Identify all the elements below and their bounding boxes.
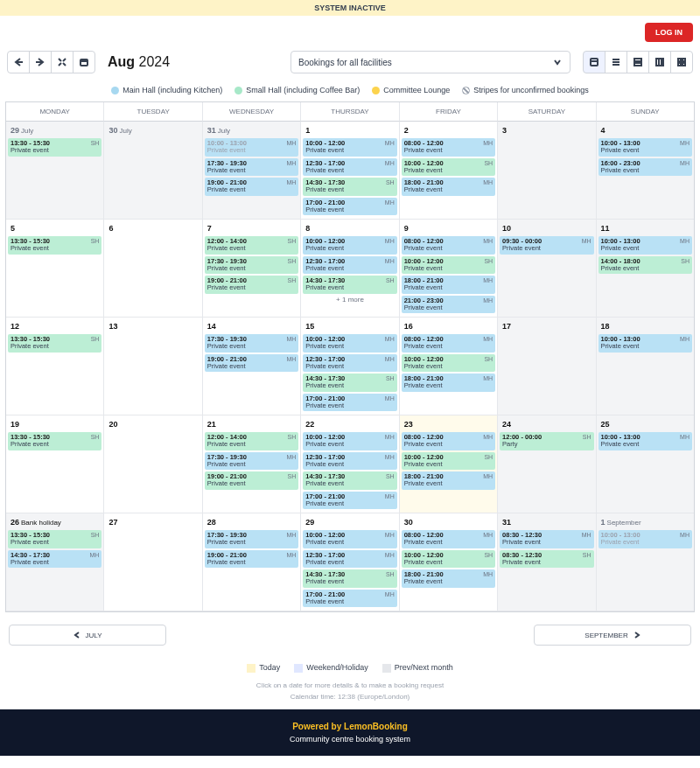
booking-event[interactable]: 21:00 - 23:00Private eventMH (402, 296, 495, 314)
booking-event[interactable]: 08:00 - 12:00Private eventMH (402, 334, 495, 353)
day-cell[interactable]: 1September10:00 - 13:00Private eventMH (596, 513, 694, 611)
prev-month-button[interactable]: JULY (9, 625, 166, 646)
day-cell[interactable]: 2510:00 - 13:00Private eventMH (596, 415, 694, 513)
booking-event[interactable]: 10:00 - 12:00Private eventSH (402, 550, 495, 569)
booking-event[interactable]: 12:30 - 17:00Private eventMH (303, 256, 396, 275)
booking-event[interactable]: 18:00 - 21:00Private eventMH (402, 374, 495, 392)
booking-event[interactable]: 14:30 - 17:30Private eventSH (303, 374, 396, 392)
booking-event[interactable]: 17:30 - 19:30Private eventMH (205, 452, 298, 471)
booking-event[interactable]: 08:00 - 12:00Private eventMH (402, 236, 495, 255)
booking-event[interactable]: 12:30 - 17:00Private eventMH (303, 452, 396, 471)
booking-event[interactable]: 14:30 - 17:30Private eventSH (303, 471, 396, 490)
prev-button[interactable] (7, 51, 30, 73)
booking-event[interactable]: 18:00 - 21:00Private eventMH (402, 276, 495, 294)
booking-event[interactable]: 08:00 - 12:00Private eventMH (402, 138, 495, 157)
booking-event[interactable]: 10:00 - 13:00Private eventMH (598, 432, 692, 450)
booking-event[interactable]: 13:30 - 15:30Private eventSH (8, 334, 102, 353)
booking-event[interactable]: 18:00 - 21:00Private eventMH (402, 178, 495, 196)
more-events[interactable]: + 1 more (303, 296, 396, 304)
view-list-button[interactable] (605, 51, 627, 73)
day-cell[interactable]: 1009:30 - 00:00Private eventMH (497, 220, 595, 318)
booking-event[interactable]: 19:00 - 21:00Private eventSH (205, 471, 298, 490)
booking-event[interactable]: 17:30 - 19:30Private eventMH (205, 334, 298, 353)
view-month-button[interactable] (583, 51, 606, 73)
booking-event[interactable]: 19:00 - 21:00Private eventSH (205, 276, 298, 294)
booking-event[interactable]: 08:00 - 12:00Private eventMH (402, 432, 495, 450)
day-cell[interactable]: 1110:00 - 13:00Private eventMH14:00 - 18… (596, 220, 694, 318)
day-cell[interactable]: 1810:00 - 13:00Private eventMH (596, 318, 694, 415)
day-cell[interactable]: 410:00 - 13:00Private eventMH16:00 - 23:… (596, 122, 694, 220)
booking-event[interactable]: 10:00 - 12:00Private eventSH (402, 158, 495, 177)
day-cell[interactable]: 6 (103, 220, 201, 318)
day-cell[interactable]: 13 (103, 318, 201, 415)
booking-event[interactable]: 14:00 - 18:00Private eventSH (598, 256, 692, 275)
booking-event[interactable]: 10:00 - 13:00Private eventMH (598, 334, 692, 353)
booking-event[interactable]: 17:00 - 21:00Private eventMH (303, 590, 396, 608)
booking-event[interactable]: 14:30 - 17:30Private eventSH (303, 276, 396, 294)
booking-event[interactable]: 10:00 - 12:00Private eventSH (402, 354, 495, 373)
datepicker-button[interactable] (73, 51, 95, 73)
day-cell[interactable]: 208:00 - 12:00Private eventMH10:00 - 12:… (399, 122, 497, 220)
booking-event[interactable]: 10:00 - 13:00Private eventMH (598, 138, 692, 157)
facility-filter-dropdown[interactable]: Bookings for all facilities (290, 51, 570, 73)
booking-event[interactable]: 18:00 - 21:00Private eventMH (402, 569, 495, 588)
day-cell[interactable]: 17 (497, 318, 595, 415)
booking-event[interactable]: 14:30 - 17:30Private eventSH (303, 178, 396, 196)
day-cell[interactable]: 712:00 - 14:00Private eventSH17:30 - 19:… (202, 220, 300, 318)
booking-event[interactable]: 13:30 - 15:30Private eventSH (8, 236, 102, 255)
day-cell[interactable]: 2308:00 - 12:00Private eventMH10:00 - 12… (399, 415, 497, 513)
view-columns-button[interactable] (648, 51, 671, 73)
day-cell[interactable]: 3008:00 - 12:00Private eventMH10:00 - 12… (399, 513, 497, 611)
booking-event[interactable]: 10:00 - 12:00Private eventMH (303, 138, 396, 157)
day-cell[interactable]: 31July10:00 - 13:00Private eventMH17:30 … (202, 122, 300, 220)
booking-event[interactable]: 10:00 - 12:00Private eventMH (303, 236, 396, 255)
booking-event[interactable]: 10:00 - 13:00Private eventMH (205, 138, 298, 157)
booking-event[interactable]: 10:00 - 12:00Private eventSH (402, 256, 495, 275)
booking-event[interactable]: 14:30 - 17:30Private eventSH (303, 569, 396, 588)
booking-event[interactable]: 19:00 - 21:00Private eventMH (205, 550, 298, 569)
day-cell[interactable]: 2817:30 - 19:30Private eventMH19:00 - 21… (202, 513, 300, 611)
day-cell[interactable]: 26Bank holiday13:30 - 15:30Private event… (6, 513, 103, 611)
day-cell[interactable]: 908:00 - 12:00Private eventMH10:00 - 12:… (399, 220, 497, 318)
view-grid-button[interactable] (670, 51, 693, 73)
booking-event[interactable]: 17:30 - 19:30Private eventMH (205, 530, 298, 548)
booking-event[interactable]: 13:30 - 15:30Private eventSH (8, 530, 102, 548)
next-month-button[interactable]: SEPTEMBER (534, 625, 691, 646)
booking-event[interactable]: 10:00 - 13:00Private eventMH (598, 530, 692, 548)
booking-event[interactable]: 08:00 - 12:00Private eventMH (402, 530, 495, 548)
day-cell[interactable]: 513:30 - 15:30Private eventSH (6, 220, 103, 318)
booking-event[interactable]: 12:00 - 14:00Private eventSH (205, 432, 298, 450)
booking-event[interactable]: 17:00 - 21:00Private eventMH (303, 492, 396, 510)
footer-brand[interactable]: Powered by LemonBooking (0, 722, 700, 731)
booking-event[interactable]: 12:00 - 00:00PartySH (500, 432, 593, 450)
booking-event[interactable]: 09:30 - 00:00Private eventMH (500, 236, 593, 255)
booking-event[interactable]: 17:30 - 19:30Private eventSH (205, 256, 298, 275)
day-cell[interactable]: 810:00 - 12:00Private eventMH12:30 - 17:… (300, 220, 398, 318)
booking-event[interactable]: 17:00 - 21:00Private eventMH (303, 394, 396, 412)
booking-event[interactable]: 08:30 - 12:30Private eventSH (500, 550, 593, 569)
day-cell[interactable]: 3108:30 - 12:30Private eventMH08:30 - 12… (497, 513, 595, 611)
day-cell[interactable]: 2910:00 - 12:00Private eventMH12:30 - 17… (300, 513, 398, 611)
booking-event[interactable]: 10:00 - 12:00Private eventMH (303, 432, 396, 450)
booking-event[interactable]: 10:00 - 12:00Private eventMH (303, 530, 396, 548)
view-agenda-button[interactable] (626, 51, 649, 73)
booking-event[interactable]: 13:30 - 15:30Private eventSH (8, 432, 102, 450)
booking-event[interactable]: 08:30 - 12:30Private eventMH (500, 530, 593, 548)
booking-event[interactable]: 10:00 - 13:00Private eventMH (598, 236, 692, 255)
day-cell[interactable]: 1608:00 - 12:00Private eventMH10:00 - 12… (399, 318, 497, 415)
day-cell[interactable]: 20 (103, 415, 201, 513)
booking-event[interactable]: 12:30 - 17:00Private eventMH (303, 550, 396, 569)
day-cell[interactable]: 1417:30 - 19:30Private eventMH19:00 - 21… (202, 318, 300, 415)
booking-event[interactable]: 19:00 - 21:00Private eventMH (205, 354, 298, 373)
next-button[interactable] (29, 51, 52, 73)
day-cell[interactable]: 2412:00 - 00:00PartySH (497, 415, 595, 513)
day-cell[interactable]: 29July13:30 - 15:30Private eventSH (6, 122, 103, 220)
booking-event[interactable]: 10:00 - 12:00Private eventSH (402, 452, 495, 471)
day-cell[interactable]: 2112:00 - 14:00Private eventSH17:30 - 19… (202, 415, 300, 513)
day-cell[interactable]: 1510:00 - 12:00Private eventMH12:30 - 17… (300, 318, 398, 415)
day-cell[interactable]: 110:00 - 12:00Private eventMH12:30 - 17:… (300, 122, 398, 220)
booking-event[interactable]: 17:00 - 21:00Private eventMH (303, 198, 396, 216)
booking-event[interactable]: 12:00 - 14:00Private eventSH (205, 236, 298, 255)
login-button[interactable]: LOG IN (645, 23, 693, 42)
booking-event[interactable]: 13:30 - 15:30Private eventSH (8, 138, 102, 157)
